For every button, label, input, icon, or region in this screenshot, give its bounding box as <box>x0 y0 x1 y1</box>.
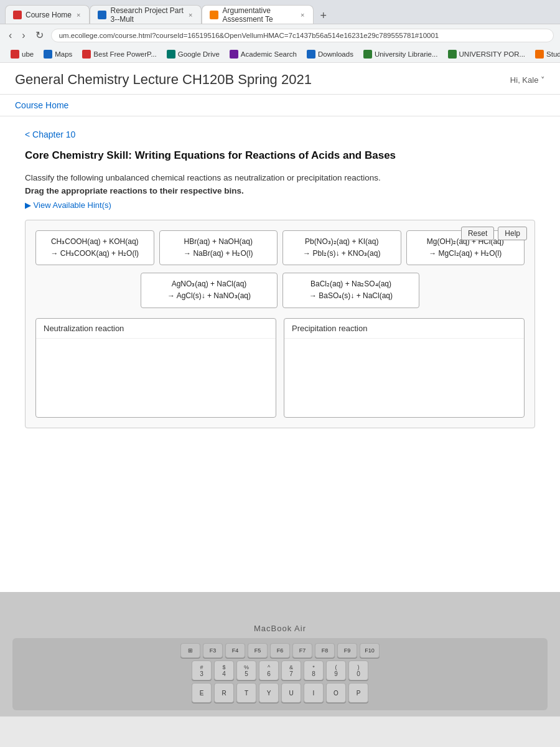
key-9[interactable]: (9 <box>326 660 346 680</box>
tab-favicon-3 <box>210 11 218 19</box>
key-r[interactable]: R <box>214 683 234 703</box>
top-buttons: Reset Help <box>461 227 527 240</box>
key-8-top: * <box>312 664 315 670</box>
reaction-card-2[interactable]: HBr(aq) + NaOH(aq) → NaBr(aq) + H₂O(l) <box>159 230 278 265</box>
key-5[interactable]: %5 <box>236 660 256 680</box>
key-6-group: ^6 <box>267 664 271 677</box>
key-3-top: # <box>200 664 203 670</box>
reaction-card-1-line1: CH₃COOH(aq) + KOH(aq) <box>42 236 147 248</box>
neutralization-drop-zone[interactable]: Neutralization reaction <box>35 318 276 418</box>
key-0[interactable]: )0 <box>348 660 368 680</box>
reactions-area: Reset Help CH₃COOH(aq) + KOH(aq) → CH₃CO… <box>25 220 535 428</box>
bookmark-student[interactable]: Student Detai <box>531 48 560 60</box>
key-o-label: O <box>334 690 338 697</box>
key-f5-label: F5 <box>254 647 261 654</box>
bookmark-univpor[interactable]: UNIVERSITY POR... <box>444 48 530 60</box>
key-8[interactable]: *8 <box>304 660 324 680</box>
reaction-card-6[interactable]: BaCl₂(aq) + Na₂SO₄(aq) → BaSO₄(s)↓ + NaC… <box>282 273 419 308</box>
bookmark-icon-powerp <box>82 50 91 59</box>
tab-course-home[interactable]: Course Home × <box>5 5 90 24</box>
key-p[interactable]: P <box>348 683 368 703</box>
key-6[interactable]: ^6 <box>259 660 279 680</box>
key-t[interactable]: T <box>236 683 256 703</box>
forward-button[interactable]: › <box>19 29 27 42</box>
lms-content: < Chapter 10 Core Chemistry Skill: Writi… <box>0 116 560 451</box>
help-button[interactable]: Help <box>498 227 527 240</box>
hint-toggle[interactable]: ▶ View Available Hint(s) <box>25 200 535 210</box>
bookmark-univlib[interactable]: University Librarie... <box>359 48 442 60</box>
new-tab-button[interactable]: + <box>316 8 330 24</box>
bookmark-icon-student <box>535 50 544 59</box>
key-i-label: I <box>313 690 315 697</box>
precipitation-label: Precipitation reaction <box>284 319 524 339</box>
reaction-card-2-line2: → NaBr(aq) + H₂O(l) <box>166 248 271 260</box>
key-f6[interactable]: F6 <box>270 643 290 658</box>
key-f9[interactable]: F9 <box>337 643 357 658</box>
key-f3[interactable]: F3 <box>203 643 223 658</box>
bookmark-gdrive[interactable]: Google Drive <box>162 48 224 60</box>
bookmark-icon-maps <box>44 50 52 59</box>
bookmark-icon-univpor <box>448 50 457 59</box>
chapter-link[interactable]: < Chapter 10 <box>25 129 75 139</box>
bookmark-powerp[interactable]: Best Free PowerP... <box>78 48 161 60</box>
key-4[interactable]: $4 <box>214 660 234 680</box>
bookmark-ube[interactable]: ube <box>6 48 38 60</box>
tab-argumentative[interactable]: Argumentative Assessment Te × <box>202 5 314 24</box>
key-o[interactable]: O <box>326 683 346 703</box>
precipitation-drop-zone[interactable]: Precipitation reaction <box>284 318 525 418</box>
bookmark-label-downloads: Downloads <box>318 50 353 58</box>
bookmark-icon-academic <box>230 50 238 59</box>
reset-button[interactable]: Reset <box>461 227 494 240</box>
tab-bar: Course Home × Research Project Part 3--M… <box>0 0 560 24</box>
bookmark-academic[interactable]: Academic Search <box>225 48 301 60</box>
key-3[interactable]: #3 <box>192 660 212 680</box>
tab-close-2[interactable]: × <box>187 11 194 19</box>
key-f8[interactable]: F8 <box>315 643 335 658</box>
key-5-group: %5 <box>244 664 249 677</box>
key-3-bot: 3 <box>200 670 203 677</box>
reaction-cards-top: CH₃COOH(aq) + KOH(aq) → CH₃COOK(aq) + H₂… <box>35 230 525 265</box>
tab-label-2: Research Project Part 3--Mult <box>110 6 184 24</box>
key-y[interactable]: Y <box>259 683 279 703</box>
bookmark-maps[interactable]: Maps <box>39 48 77 60</box>
key-f10-label: F10 <box>365 647 375 654</box>
reaction-card-4-line2: → MgCl₂(aq) + H₂O(l) <box>413 248 518 260</box>
key-f9-label: F9 <box>344 647 351 654</box>
bookmark-icon-downloads <box>307 50 315 59</box>
bookmark-icon-gdrive <box>167 50 175 59</box>
tab-label-3: Argumentative Assessment Te <box>222 6 296 24</box>
key-f7[interactable]: F7 <box>292 643 312 658</box>
number-row: #3 $4 %5 ^6 &7 *8 (9 )0 <box>20 660 540 680</box>
reaction-card-5-line2: → AgCl(s)↓ + NaNO₃(aq) <box>147 290 271 302</box>
key-8-bot: 8 <box>312 670 315 677</box>
key-7[interactable]: &7 <box>281 660 301 680</box>
key-4-top: $ <box>222 664 225 670</box>
key-f10[interactable]: F10 <box>360 643 380 658</box>
course-home-link[interactable]: Course Home <box>15 100 68 110</box>
key-5-top: % <box>244 664 249 670</box>
reaction-card-5[interactable]: AgNO₃(aq) + NaCl(aq) → AgCl(s)↓ + NaNO₃(… <box>141 273 278 308</box>
reaction-card-1[interactable]: CH₃COOH(aq) + KOH(aq) → CH₃COOK(aq) + H₂… <box>35 230 154 265</box>
tab-close-3[interactable]: × <box>299 11 306 19</box>
key-fn[interactable]: ⊞ <box>180 643 200 658</box>
bookmark-downloads[interactable]: Downloads <box>302 48 358 60</box>
address-bar[interactable]: um.ecollege.com/course.html?courseId=165… <box>51 29 554 42</box>
key-0-bot: 0 <box>357 670 360 677</box>
key-e[interactable]: E <box>192 683 212 703</box>
key-9-group: (9 <box>334 664 338 677</box>
key-7-group: &7 <box>289 664 293 677</box>
reaction-card-3[interactable]: Pb(NO₃)₂(aq) + KI(aq) → PbI₂(s)↓ + KNO₃(… <box>282 230 401 265</box>
tab-close-1[interactable]: × <box>75 11 82 19</box>
back-button[interactable]: ‹ <box>6 29 14 42</box>
key-f5[interactable]: F5 <box>248 643 268 658</box>
key-6-top: ^ <box>268 664 270 670</box>
key-i[interactable]: I <box>304 683 324 703</box>
reload-button[interactable]: ↻ <box>33 28 46 42</box>
macbook-label: MacBook Air <box>254 624 306 633</box>
key-0-group: )0 <box>357 664 360 677</box>
key-u[interactable]: U <box>281 683 301 703</box>
tab-research[interactable]: Research Project Part 3--Mult × <box>90 5 202 24</box>
key-3-group: #3 <box>200 664 203 677</box>
key-f4[interactable]: F4 <box>225 643 245 658</box>
reaction-cards-bottom: AgNO₃(aq) + NaCl(aq) → AgCl(s)↓ + NaNO₃(… <box>35 273 525 308</box>
